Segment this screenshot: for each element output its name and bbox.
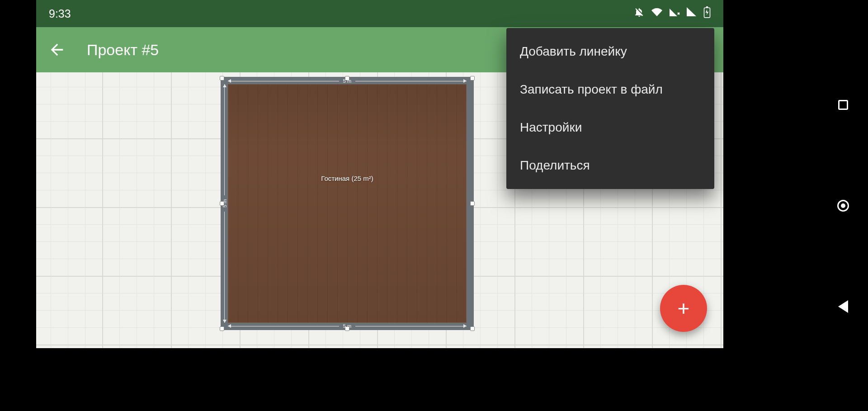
menu-settings[interactable]: Настройки bbox=[506, 109, 714, 146]
add-fab[interactable]: + bbox=[660, 285, 707, 332]
device-frame: 9:33 bbox=[0, 0, 868, 411]
nav-back-button[interactable] bbox=[832, 296, 854, 317]
resize-handle[interactable] bbox=[470, 201, 475, 206]
plus-icon: + bbox=[678, 298, 690, 319]
nav-home-button[interactable] bbox=[832, 195, 854, 217]
room-label: Гостиная (25 m²) bbox=[321, 175, 373, 182]
status-icons bbox=[634, 6, 711, 21]
android-nav-bar bbox=[818, 0, 868, 411]
dimension-top: 5 m bbox=[228, 78, 467, 84]
resize-handle[interactable] bbox=[470, 76, 475, 80]
svg-rect-1 bbox=[706, 6, 708, 8]
menu-save-to-file[interactable]: Записать проект в файл bbox=[506, 71, 714, 109]
back-button[interactable] bbox=[43, 36, 71, 63]
dimension-bottom: 5 m bbox=[228, 323, 467, 329]
resize-handle[interactable] bbox=[220, 76, 224, 80]
resize-handle[interactable] bbox=[220, 201, 224, 206]
overflow-menu: Добавить линейку Записать проект в файл … bbox=[506, 28, 714, 189]
wifi-icon bbox=[651, 7, 663, 20]
battery-charging-icon bbox=[703, 6, 711, 21]
resize-handle[interactable] bbox=[470, 326, 475, 331]
dnd-off-icon bbox=[634, 7, 645, 20]
project-title: Проект #5 bbox=[87, 41, 159, 59]
room-floor bbox=[228, 84, 467, 323]
status-bar: 9:33 bbox=[36, 0, 723, 27]
resize-handle[interactable] bbox=[220, 326, 224, 331]
menu-add-ruler[interactable]: Добавить линейку bbox=[506, 33, 714, 71]
nav-recent-button[interactable] bbox=[832, 94, 854, 116]
signal-icon bbox=[686, 7, 697, 20]
menu-share[interactable]: Поделиться bbox=[506, 146, 714, 184]
signal-no-data-icon bbox=[669, 7, 680, 20]
room[interactable]: 5 m 5 m 5 m Гостиная (25 m²) bbox=[221, 77, 474, 330]
status-time: 9:33 bbox=[49, 7, 71, 20]
phone-viewport: 9:33 bbox=[36, 0, 723, 348]
